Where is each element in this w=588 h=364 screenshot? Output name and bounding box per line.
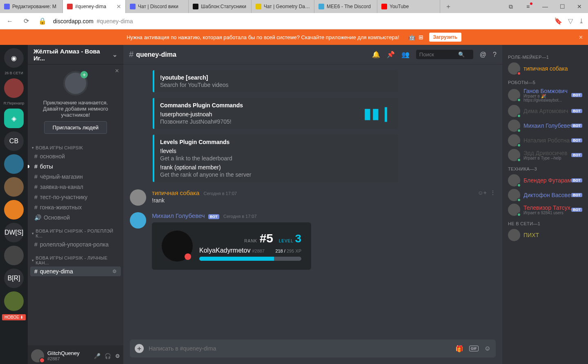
xp-progress-bar <box>199 257 301 261</box>
server-icon[interactable] <box>4 154 24 174</box>
text-channel[interactable]: #гонка-животных <box>30 202 121 212</box>
text-channel[interactable]: #основной <box>30 151 121 161</box>
window-minimize-button[interactable]: — <box>537 0 554 13</box>
message-input-box[interactable]: ＋ 🎁 GIF ☺ <box>130 340 496 357</box>
avatar[interactable] <box>130 189 146 206</box>
text-channel[interactable]: #боты <box>30 162 121 171</box>
member-item[interactable]: Телевизор Татсух...Играет в 92841 users … <box>506 202 585 217</box>
download-button[interactable]: Загрузить <box>429 33 461 42</box>
search-box[interactable]: 🔍 <box>416 50 473 59</box>
browser-tab[interactable]: Шаблон:Статусники <box>189 0 252 13</box>
speaker-icon: 🔊 <box>34 214 41 221</box>
mute-icon[interactable]: 🎤 <box>94 353 100 359</box>
server-icon[interactable]: DW[S] <box>4 223 24 242</box>
browser-tab[interactable]: MEE6 - The Discord <box>314 0 377 13</box>
server-header[interactable]: Жёлтый Алмаз - Вова Иг... ⌄ <box>28 45 123 64</box>
bot-badge: BOT <box>571 193 582 197</box>
close-icon[interactable]: ✕ <box>579 34 583 40</box>
placeholder-avatar <box>63 71 88 95</box>
avatar <box>508 62 520 75</box>
gif-button[interactable]: GIF <box>469 346 479 351</box>
hash-icon: # <box>34 153 38 160</box>
close-icon[interactable]: ✕ <box>115 68 119 74</box>
channel-category[interactable]: BOBA ИГРЫ CHIPSIK - ЛИЧНЫЕ КАН... <box>28 250 123 266</box>
back-button[interactable]: ← <box>4 16 16 27</box>
embed-description: Search for YouTube videos <box>160 82 392 88</box>
attach-button[interactable]: ＋ <box>135 344 144 353</box>
reload-button[interactable]: ⟳ <box>20 16 32 27</box>
browser-tab[interactable]: #queney-dima✕ <box>63 0 126 13</box>
message-input[interactable] <box>149 345 450 352</box>
channel-category[interactable]: BOBA ИГРЫ CHIPSIK - РОЛЕПЛЭЙ К... <box>28 223 123 239</box>
search-input[interactable] <box>419 51 458 58</box>
avatar[interactable] <box>31 349 44 362</box>
author-name[interactable]: типичная собака <box>152 189 199 196</box>
browser-tab[interactable]: YouTube <box>377 0 440 13</box>
bot-badge: BOT <box>571 138 582 142</box>
gift-icon[interactable]: 🎁 <box>455 345 463 353</box>
settings-icon[interactable]: ⚙ <box>115 353 120 359</box>
window-maximize-button[interactable]: ☐ <box>554 0 571 13</box>
browser-tab[interactable]: Чат | Geometry Dash <box>252 0 314 13</box>
embed-card: Commands Plugin Commands !userphone-just… <box>153 98 398 129</box>
server-icon[interactable] <box>4 246 24 265</box>
sidebar-toggle-icon[interactable]: ⧉ <box>502 0 519 13</box>
welcome-line1: Приключение начинается. <box>33 100 118 106</box>
member-item[interactable]: Михаил Голубевеч BOT <box>506 118 585 133</box>
window-close-button[interactable]: ✕ <box>571 0 588 13</box>
server-icon[interactable]: ◈ <box>4 109 24 128</box>
new-tab-button[interactable]: ＋ <box>440 0 457 13</box>
gear-icon[interactable]: ⚙ <box>112 269 117 274</box>
url-hash: #queney-dima <box>97 18 133 24</box>
download-icon[interactable]: ⤓ <box>579 17 584 25</box>
server-icon[interactable] <box>4 200 24 220</box>
browser-tab[interactable]: Чат | Discord вики <box>126 0 189 13</box>
text-channel[interactable]: #заявка-на-канал <box>30 182 121 192</box>
discord-home-button[interactable]: ◉ <box>4 48 24 68</box>
invite-button[interactable]: Пригласить людей <box>44 121 107 134</box>
more-icon[interactable]: ⋮ <box>490 189 496 206</box>
members-icon[interactable]: 👥 <box>401 51 410 58</box>
voice-channel[interactable]: 🔊Основной <box>30 213 121 222</box>
rank-card: RANK #5 LEVEL 3 KolyaKadyrmetov #2887 21… <box>152 222 311 270</box>
member-item[interactable]: Наталия Роботна BOT <box>506 133 585 148</box>
deafen-icon[interactable]: 🎧 <box>105 353 111 359</box>
text-channel[interactable]: #queney-dima⚙ <box>30 266 121 276</box>
mentions-icon[interactable]: @ <box>480 51 486 58</box>
browser-tab[interactable]: Редактирование: M <box>0 0 63 13</box>
new-badge[interactable]: НОВОЕ ⬇ <box>2 314 26 320</box>
add-reaction-icon[interactable]: ☺+ <box>478 189 487 206</box>
server-label: R:Перенапр <box>4 101 24 105</box>
close-tab-icon[interactable]: ✕ <box>116 3 121 10</box>
bookmark-icon[interactable]: 🔖 <box>554 17 562 25</box>
avatar[interactable] <box>130 212 146 229</box>
member-item[interactable]: Дима Артомович BOT <box>506 104 585 118</box>
embed-command: !userphone-justnoah <box>160 111 392 118</box>
pin-icon[interactable]: 📌 <box>387 51 395 58</box>
member-item[interactable]: Диктофон Васове... BOT <box>506 188 585 202</box>
channel-category[interactable]: BOBA ИГРЫ CHIPSIK <box>28 140 123 151</box>
channel-title: queney-dima <box>136 51 176 58</box>
author-name[interactable]: Михаил Голубевеч <box>152 212 205 219</box>
extensions-icon[interactable]: ≡ <box>519 0 537 13</box>
windows-icon: ⊞ <box>419 34 423 40</box>
server-icon[interactable] <box>4 78 24 98</box>
shield-icon[interactable]: ▽ <box>568 17 573 25</box>
member-item[interactable]: ПИХТ <box>506 228 585 242</box>
server-icon[interactable]: B[R] <box>4 269 24 288</box>
server-icon[interactable]: СВ <box>4 131 24 151</box>
text-channel[interactable]: #ролеплэй-упоротая-ролка <box>30 240 121 249</box>
help-icon[interactable]: ? <box>493 51 497 58</box>
bell-icon[interactable]: 🔔 <box>372 51 380 58</box>
server-icon[interactable] <box>4 177 24 197</box>
url-field[interactable]: discordapp.com #queney-dima <box>53 18 549 24</box>
member-item[interactable]: Блендер Футарам... BOT <box>506 173 585 188</box>
text-channel[interactable]: #тест-по-участнику <box>30 192 121 202</box>
member-item[interactable]: типичная собака <box>506 61 585 76</box>
member-item[interactable]: Эдд ДривосичевИграет в Type --help BOT <box>506 148 585 162</box>
emoji-icon[interactable]: ☺ <box>484 345 491 352</box>
server-icon[interactable] <box>4 291 24 311</box>
text-channel[interactable]: #чёрный-магазин <box>30 172 121 182</box>
member-item[interactable]: Ганов БомжовичИграет в 🎉 https://giveawa… <box>506 87 585 104</box>
main-column: # queney-dima 🔔 📌 👥 🔍 @ ? !youtube [sear… <box>123 45 502 364</box>
